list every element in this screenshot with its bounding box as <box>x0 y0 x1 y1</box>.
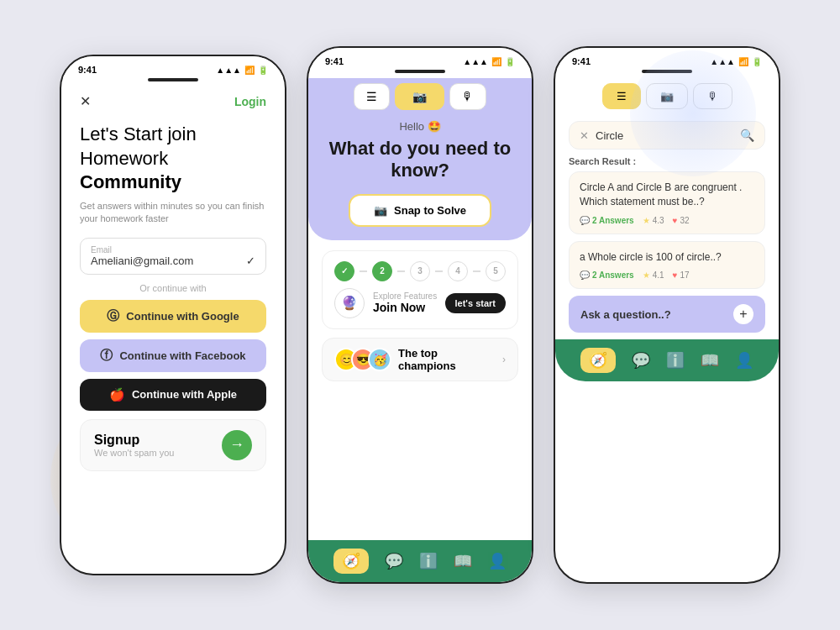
question-text: What do you need to know? <box>322 138 518 182</box>
ask-plus-button[interactable]: + <box>733 304 753 324</box>
email-field[interactable]: Email Ameliani@gmail.com ✓ <box>80 238 266 275</box>
status-bar-1: 9:41 ▲▲▲ 📶 🔋 <box>61 56 285 78</box>
explore-icon: 🔮 <box>334 288 365 318</box>
status-icons-3: ▲▲▲ 📶 🔋 <box>710 57 762 66</box>
apple-button[interactable]: 🍎 Continue with Apple <box>80 379 266 411</box>
join-now-text: Join Now <box>373 301 445 314</box>
search-bar[interactable]: ✕ Circle 🔍 <box>569 121 765 150</box>
arrow-icon: → <box>229 436 244 454</box>
status-bar-2: 9:41 ▲▲▲ 📶 🔋 <box>308 48 532 70</box>
nav-info-icon[interactable]: ℹ️ <box>419 552 438 570</box>
time-3: 9:41 <box>572 56 591 66</box>
ask-card[interactable]: Ask a question..? + <box>569 296 765 333</box>
chevron-icon: › <box>502 354 506 365</box>
status-bar-3: 9:41 ▲▲▲ 📶 🔋 <box>555 48 779 70</box>
signup-card: Signup We won't spam you → <box>80 419 266 471</box>
rating-1: ★ 4.3 <box>643 216 664 225</box>
text-mode-btn-3[interactable]: ☰ <box>602 83 641 109</box>
text-mode-button[interactable]: ☰ <box>354 83 390 110</box>
answers-badge-1: 💬 2 Answers <box>580 216 634 225</box>
notch-bar-1 <box>148 78 198 81</box>
toolbar-2: ☰ 📷 🎙 <box>322 83 518 110</box>
google-icon: Ⓖ <box>107 308 119 324</box>
google-button[interactable]: Ⓖ Continue with Google <box>80 300 266 333</box>
toolbar-3: ☰ 📷 🎙 <box>555 78 779 118</box>
likes-2: ♥ 17 <box>673 270 690 280</box>
facebook-icon: ⓕ <box>100 348 113 364</box>
nav-user-icon[interactable]: 👤 <box>488 552 507 570</box>
step-4: 4 <box>448 261 468 281</box>
email-value: Ameliani@gmail.com <box>91 255 193 267</box>
close-button[interactable]: ✕ <box>80 93 91 109</box>
nav-chat-icon-3[interactable]: 💬 <box>632 351 650 370</box>
steps-row: ✓ 2 3 4 5 <box>334 261 506 281</box>
time-2: 9:41 <box>325 56 344 66</box>
login-link[interactable]: Login <box>234 95 266 108</box>
result-card-1[interactable]: Circle A and Circle B are congruent . Wh… <box>569 171 765 234</box>
result-card-2[interactable]: a Whole circle is 100 of circle..? 💬 2 A… <box>569 241 765 290</box>
nav-compass-icon[interactable]: 🧭 <box>333 549 369 574</box>
google-label: Continue with Google <box>126 310 239 323</box>
phone2-body: ✓ 2 3 4 5 🔮 Explore Features Join Now le… <box>308 240 532 540</box>
result-1-text: Circle A and Circle B are congruent . Wh… <box>580 181 754 209</box>
bottom-nav-3: 🧭 💬 ℹ️ 📖 👤 <box>555 339 779 381</box>
signup-title: Signup <box>94 433 174 448</box>
mic-button[interactable]: 🎙 <box>449 83 486 110</box>
result-2-text: a Whole circle is 100 of circle..? <box>580 250 754 265</box>
rating-2: ★ 4.1 <box>643 270 664 280</box>
step-1: ✓ <box>334 261 354 281</box>
signup-subtitle: We won't spam you <box>94 448 174 458</box>
camera-mode-btn-3[interactable]: 📷 <box>646 83 688 109</box>
clear-icon[interactable]: ✕ <box>580 129 589 142</box>
avatar-stack: 😊 😎 🥳 <box>334 348 391 371</box>
result-label: Search Result : <box>555 156 779 171</box>
star-icon-1: ★ <box>643 216 650 225</box>
time-1: 9:41 <box>78 65 97 75</box>
nav-chat-icon[interactable]: 💬 <box>385 552 403 570</box>
login-content: Let's Start join Homework Community Get … <box>61 113 285 574</box>
features-card: ✓ 2 3 4 5 🔮 Explore Features Join Now le… <box>322 250 518 329</box>
search-icon[interactable]: 🔍 <box>740 129 754 142</box>
nav-book-icon[interactable]: 📖 <box>454 552 472 570</box>
lets-start-button[interactable]: let's start <box>445 293 506 313</box>
champions-text: The top champions <box>398 347 496 372</box>
top-bar: ✕ Login <box>61 87 285 113</box>
or-text: Or continue with <box>80 283 266 293</box>
mic-btn-3[interactable]: 🎙 <box>693 83 732 109</box>
champions-card[interactable]: 😊 😎 🥳 The top champions › <box>322 338 518 381</box>
facebook-label: Continue with Facebook <box>119 349 245 362</box>
snap-to-solve-button[interactable]: 📷 Snap to Solve <box>349 194 491 227</box>
camera-mode-button[interactable]: 📷 <box>395 83 444 110</box>
title-bold: Community <box>80 171 181 192</box>
nav-info-icon-3[interactable]: ℹ️ <box>666 351 685 370</box>
bottom-nav-2: 🧭 💬 ℹ️ 📖 👤 <box>308 540 532 582</box>
status-icons-1: ▲▲▲ 📶 🔋 <box>216 66 268 75</box>
phone-snap: 9:41 ▲▲▲ 📶 🔋 ☰ 📷 🎙 Hello 🤩 What do you n… <box>307 46 533 584</box>
snap-header: ☰ 📷 🎙 Hello 🤩 What do you need to know? … <box>308 78 532 240</box>
likes-1: ♥ 32 <box>673 216 690 225</box>
nav-book-icon-3[interactable]: 📖 <box>701 351 719 370</box>
answers-badge-2: 💬 2 Answers <box>580 270 634 280</box>
notch-bar-2 <box>395 70 445 73</box>
facebook-button[interactable]: ⓕ Continue with Facebook <box>80 339 266 372</box>
camera-icon: 📷 <box>374 204 387 217</box>
title-section: Let's Start join Homework Community Get … <box>80 123 266 226</box>
nav-compass-icon-3[interactable]: 🧭 <box>580 348 616 373</box>
phone-login: 9:41 ▲▲▲ 📶 🔋 ✕ Login Let's Start join Ho… <box>60 55 286 575</box>
hello-text: Hello 🤩 <box>322 120 518 133</box>
phone-search: 9:41 ▲▲▲ 📶 🔋 ☰ 📷 🎙 ✕ Circle 🔍 Search Res… <box>554 46 780 584</box>
signup-button[interactable]: → <box>222 430 252 460</box>
notch-bar-3 <box>642 70 692 73</box>
status-icons-2: ▲▲▲ 📶 🔋 <box>463 57 515 66</box>
check-icon: ✓ <box>246 255 255 267</box>
step-2: 2 <box>372 261 392 281</box>
apple-icon: 🍎 <box>109 387 125 402</box>
email-label: Email <box>91 245 255 255</box>
avatar-3: 🥳 <box>368 348 391 371</box>
apple-label: Continue with Apple <box>132 388 237 401</box>
nav-user-icon-3[interactable]: 👤 <box>735 351 753 370</box>
heart-icon-2: ♥ <box>673 270 678 280</box>
subtitle-text: Get answers within minutes so you can fi… <box>80 200 266 226</box>
heart-icon-1: ♥ <box>673 216 678 225</box>
search-input-text: Circle <box>596 129 733 142</box>
